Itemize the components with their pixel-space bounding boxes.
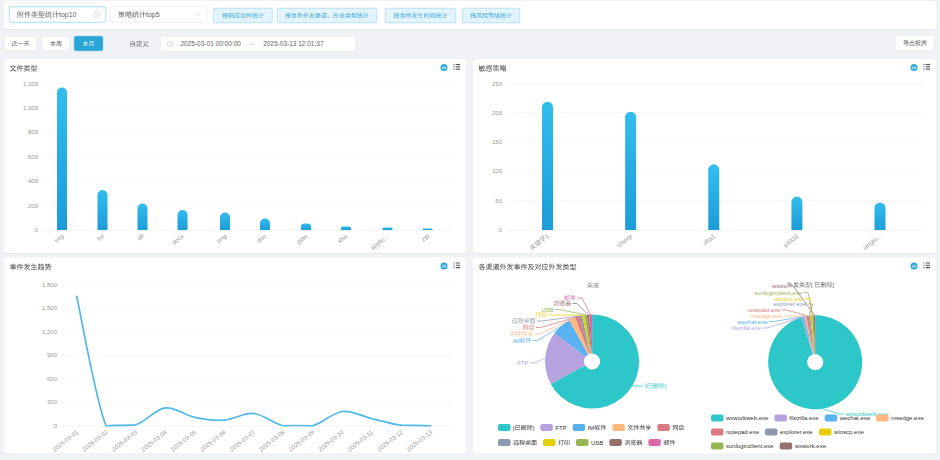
svg-text:single...: single...: [861, 232, 882, 251]
svg-text:]: ]: [665, 383, 667, 389]
svg-text:wxwo: wxwo: [771, 283, 788, 289]
svg-text:50: 50: [495, 198, 502, 204]
svg-text:y3333: y3333: [782, 232, 800, 248]
svg-text:wxworkweb.exe: wxworkweb.exe: [725, 415, 769, 421]
svg-text:200: 200: [28, 203, 39, 209]
svg-text:250: 250: [492, 81, 503, 87]
svg-text:[: [: [811, 282, 813, 288]
svg-text:applic...: applic...: [369, 232, 390, 251]
svg-text:xlsx: xlsx: [336, 232, 349, 245]
svg-text:wxwork.exe: wxwork.exe: [794, 443, 827, 449]
svg-text:2025-03-07: 2025-03-07: [228, 429, 256, 453]
svg-text:explorer.exe: explorer.exe: [774, 301, 807, 307]
svg-text:1: 1: [543, 232, 550, 240]
svg-text:pptx: pptx: [295, 232, 309, 245]
svg-text:[: [: [513, 425, 515, 431]
svg-text:IM: IM: [513, 338, 520, 344]
svg-text:doc: doc: [255, 232, 267, 244]
svg-text:FTP: FTP: [555, 425, 566, 431]
svg-text:sunloginclient.exe: sunloginclient.exe: [726, 443, 774, 449]
svg-text:2025-03-04: 2025-03-04: [140, 429, 168, 453]
svg-text:notepad.exe: notepad.exe: [748, 307, 782, 313]
svg-text:2025-03-01: 2025-03-01: [51, 429, 79, 453]
svg-text:2025-03-09: 2025-03-09: [287, 429, 315, 453]
svg-text:1,800: 1,800: [42, 282, 58, 288]
svg-text:2025-03-10: 2025-03-10: [317, 429, 345, 453]
svg-text:150: 150: [492, 139, 503, 145]
svg-text:explorer.exe: explorer.exe: [780, 429, 813, 435]
svg-text:notepad.exe: notepad.exe: [726, 429, 760, 435]
svg-text:800: 800: [28, 129, 39, 135]
svg-text:zha1: zha1: [701, 232, 716, 246]
svg-text:100: 100: [492, 168, 503, 174]
svg-text:400: 400: [28, 178, 39, 184]
svg-text:2025-03-08: 2025-03-08: [258, 429, 286, 453]
svg-text:200: 200: [492, 110, 503, 116]
svg-text:600: 600: [47, 376, 58, 382]
svg-text:900: 900: [47, 352, 58, 358]
svg-text:USB: USB: [541, 307, 553, 313]
svg-text:600: 600: [28, 154, 39, 160]
svg-text:dll: dll: [136, 232, 145, 241]
svg-text:wechat.exe: wechat.exe: [736, 319, 768, 325]
svg-text:IM: IM: [588, 425, 595, 431]
svg-text:2025-03-03: 2025-03-03: [110, 429, 138, 453]
svg-text:0: 0: [54, 423, 58, 429]
svg-text:2025-03-13: 2025-03-13: [405, 429, 433, 453]
svg-text:2025-03-05: 2025-03-05: [169, 429, 197, 453]
svg-text:2025-03-12: 2025-03-12: [376, 429, 404, 453]
svg-text:1,000: 1,000: [23, 105, 39, 111]
svg-text:txt: txt: [96, 232, 106, 242]
svg-text:1,200: 1,200: [23, 81, 39, 87]
svg-text:png: png: [215, 232, 228, 244]
svg-text:1,500: 1,500: [42, 305, 58, 311]
svg-text:msedge.exe: msedge.exe: [891, 415, 924, 421]
svg-text:]: ]: [533, 425, 535, 431]
svg-text:FTP: FTP: [517, 360, 528, 366]
svg-text:wechat.exe: wechat.exe: [839, 415, 871, 421]
svg-text:2025-03-06: 2025-03-06: [199, 429, 227, 453]
svg-text:2025-03-11: 2025-03-11: [346, 429, 374, 453]
svg-text:sunloginclient.exe: sunloginclient.exe: [754, 290, 802, 296]
svg-text:0: 0: [35, 227, 39, 233]
svg-text:winscp.exe: winscp.exe: [833, 429, 864, 435]
svg-text:300: 300: [47, 399, 58, 405]
svg-text:docx: docx: [170, 232, 185, 246]
svg-text:filezilla.exe: filezilla.exe: [732, 325, 762, 331]
svg-text:2025-03-02: 2025-03-02: [81, 429, 109, 453]
svg-text:[: [: [645, 383, 647, 389]
svg-text:svg: svg: [53, 232, 65, 244]
svg-text:sheep: sheep: [616, 232, 634, 248]
svg-text:zip: zip: [420, 232, 431, 243]
svg-text:]: ]: [832, 282, 834, 288]
svg-text:0: 0: [499, 227, 503, 233]
svg-text:filezilla.exe: filezilla.exe: [789, 415, 819, 421]
svg-text:1,200: 1,200: [42, 329, 58, 335]
svg-text:USB: USB: [591, 440, 603, 446]
